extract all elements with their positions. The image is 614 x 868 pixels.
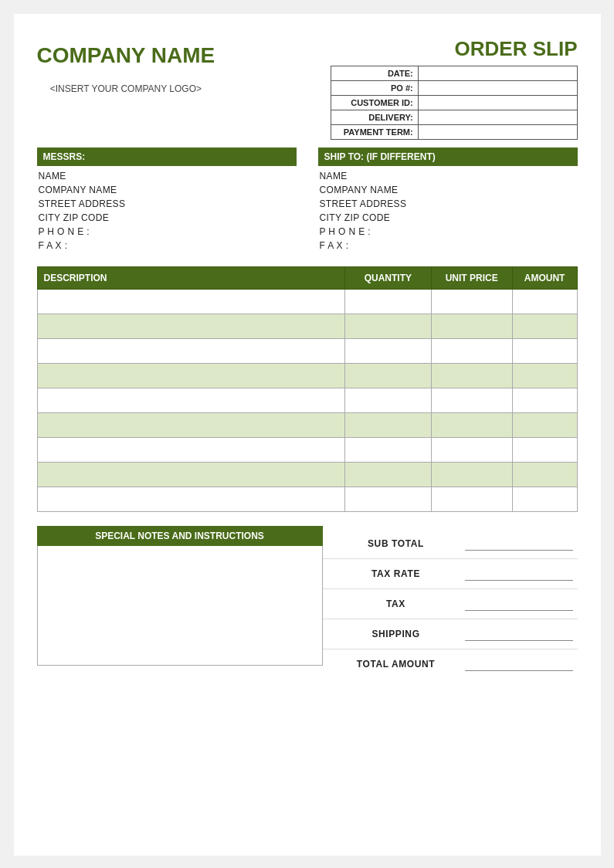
address-line: P H O N E : bbox=[318, 225, 578, 239]
info-label: PO #: bbox=[331, 81, 418, 96]
table-cell[interactable] bbox=[37, 314, 344, 339]
table-row bbox=[37, 290, 577, 314]
messrs-block: MESSRS: NAMECOMPANY NAMESTREET ADDRESSCI… bbox=[37, 147, 297, 253]
totals-label: SHIPPING bbox=[327, 629, 465, 639]
logo-placeholder: <INSERT YOUR COMPANY LOGO> bbox=[37, 76, 215, 102]
table-row bbox=[37, 314, 577, 339]
table-cell[interactable] bbox=[512, 290, 577, 314]
table-row bbox=[37, 463, 577, 487]
totals-value[interactable] bbox=[465, 597, 573, 611]
table-cell[interactable] bbox=[431, 413, 512, 438]
info-row: PAYMENT TERM: bbox=[331, 125, 577, 140]
table-cell[interactable] bbox=[37, 487, 344, 512]
notes-block: SPECIAL NOTES AND INSTRUCTIONS bbox=[37, 526, 323, 666]
notes-body[interactable] bbox=[37, 546, 323, 666]
bottom-section: SPECIAL NOTES AND INSTRUCTIONS SUB TOTAL… bbox=[37, 526, 578, 679]
ship-to-header: SHIP TO: (IF DIFFERENT) bbox=[318, 147, 578, 166]
table-cell[interactable] bbox=[37, 290, 344, 314]
table-cell[interactable] bbox=[512, 438, 577, 463]
table-column-header: QUANTITY bbox=[344, 267, 431, 290]
totals-label: TOTAL AMOUNT bbox=[327, 659, 465, 670]
address-line: NAME bbox=[37, 169, 297, 183]
company-name: COMPANY NAME bbox=[37, 43, 215, 68]
address-line: CITY ZIP CODE bbox=[37, 211, 297, 225]
info-row: PO #: bbox=[331, 81, 577, 96]
table-column-header: UNIT PRICE bbox=[431, 267, 512, 290]
table-cell[interactable] bbox=[512, 463, 577, 487]
address-line: STREET ADDRESS bbox=[318, 197, 578, 211]
table-cell[interactable] bbox=[37, 339, 344, 364]
table-cell[interactable] bbox=[431, 339, 512, 364]
table-cell[interactable] bbox=[431, 487, 512, 512]
order-slip-title: ORDER SLIP bbox=[331, 37, 578, 61]
address-line: COMPANY NAME bbox=[37, 183, 297, 197]
table-cell[interactable] bbox=[37, 388, 344, 413]
table-cell[interactable] bbox=[512, 487, 577, 512]
header: COMPANY NAME <INSERT YOUR COMPANY LOGO> … bbox=[37, 37, 578, 140]
table-cell[interactable] bbox=[37, 463, 344, 487]
info-value[interactable] bbox=[418, 81, 577, 96]
table-cell[interactable] bbox=[431, 364, 512, 388]
info-value[interactable] bbox=[418, 66, 577, 81]
totals-row: TAX RATE bbox=[323, 559, 578, 589]
totals-row: SHIPPING bbox=[323, 619, 578, 649]
totals-row: TAX bbox=[323, 589, 578, 619]
info-value[interactable] bbox=[418, 125, 577, 140]
table-cell[interactable] bbox=[512, 314, 577, 339]
ship-to-block: SHIP TO: (IF DIFFERENT) NAMECOMPANY NAME… bbox=[318, 147, 578, 253]
table-cell[interactable] bbox=[344, 413, 431, 438]
table-cell[interactable] bbox=[344, 388, 431, 413]
totals-row: TOTAL AMOUNT bbox=[323, 649, 578, 679]
totals-label: SUB TOTAL bbox=[327, 538, 465, 549]
table-cell[interactable] bbox=[431, 388, 512, 413]
totals-value[interactable] bbox=[465, 537, 573, 551]
address-line: P H O N E : bbox=[37, 225, 297, 239]
table-cell[interactable] bbox=[344, 487, 431, 512]
address-line: STREET ADDRESS bbox=[37, 197, 297, 211]
info-value[interactable] bbox=[418, 96, 577, 110]
totals-label: TAX bbox=[327, 598, 465, 609]
totals-value[interactable] bbox=[465, 627, 573, 641]
info-row: DATE: bbox=[331, 66, 577, 81]
table-cell[interactable] bbox=[512, 339, 577, 364]
table-cell[interactable] bbox=[512, 364, 577, 388]
info-row: DELIVERY: bbox=[331, 110, 577, 125]
table-cell[interactable] bbox=[344, 463, 431, 487]
table-row bbox=[37, 339, 577, 364]
info-label: CUSTOMER ID: bbox=[331, 96, 418, 110]
info-table: DATE:PO #:CUSTOMER ID:DELIVERY:PAYMENT T… bbox=[331, 66, 578, 140]
address-line: F A X : bbox=[37, 239, 297, 253]
table-cell[interactable] bbox=[431, 314, 512, 339]
address-line: NAME bbox=[318, 169, 578, 183]
info-value[interactable] bbox=[418, 110, 577, 125]
table-cell[interactable] bbox=[37, 364, 344, 388]
totals-value[interactable] bbox=[465, 657, 573, 671]
info-label: PAYMENT TERM: bbox=[331, 125, 418, 140]
address-line: COMPANY NAME bbox=[318, 183, 578, 197]
page: COMPANY NAME <INSERT YOUR COMPANY LOGO> … bbox=[14, 14, 601, 856]
notes-header: SPECIAL NOTES AND INSTRUCTIONS bbox=[37, 526, 323, 546]
table-cell[interactable] bbox=[344, 339, 431, 364]
totals-row: SUB TOTAL bbox=[323, 529, 578, 559]
table-cell[interactable] bbox=[431, 438, 512, 463]
table-cell[interactable] bbox=[512, 388, 577, 413]
address-line: CITY ZIP CODE bbox=[318, 211, 578, 225]
table-cell[interactable] bbox=[431, 290, 512, 314]
table-cell[interactable] bbox=[344, 364, 431, 388]
info-label: DELIVERY: bbox=[331, 110, 418, 125]
totals-label: TAX RATE bbox=[327, 568, 465, 579]
table-row bbox=[37, 388, 577, 413]
table-cell[interactable] bbox=[344, 438, 431, 463]
table-cell[interactable] bbox=[512, 413, 577, 438]
table-cell[interactable] bbox=[37, 438, 344, 463]
table-row bbox=[37, 413, 577, 438]
address-section: MESSRS: NAMECOMPANY NAMESTREET ADDRESSCI… bbox=[37, 147, 578, 253]
table-cell[interactable] bbox=[431, 463, 512, 487]
table-cell[interactable] bbox=[344, 314, 431, 339]
items-table: DESCRIPTIONQUANTITYUNIT PRICEAMOUNT bbox=[37, 266, 578, 512]
table-cell[interactable] bbox=[344, 290, 431, 314]
totals-value[interactable] bbox=[465, 567, 573, 581]
table-column-header: AMOUNT bbox=[512, 267, 577, 290]
messrs-header: MESSRS: bbox=[37, 147, 297, 166]
table-cell[interactable] bbox=[37, 413, 344, 438]
